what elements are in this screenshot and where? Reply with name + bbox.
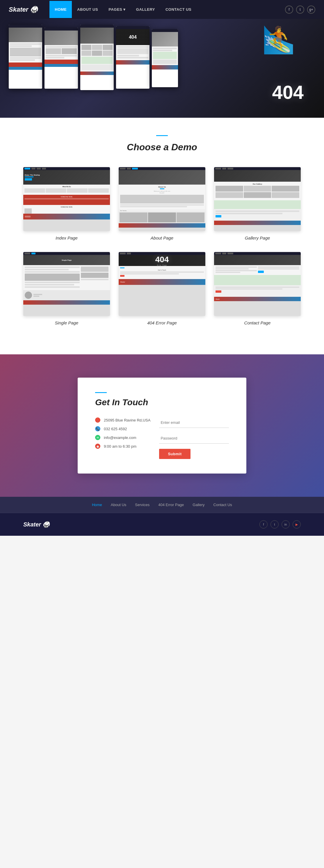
footer-instagram-icon[interactable]: in <box>282 520 290 528</box>
demo-grid-top: Enjoy The Skating What We Do SOME <box>23 167 301 240</box>
contact-section: Get In Touch 📍 25095 Blue Ravine Rd,USA … <box>0 354 324 497</box>
demo-item-contact[interactable]: Skater Contact Page <box>214 252 301 325</box>
demo-thumb-gallery: Our Gallery <box>214 167 301 231</box>
demo-thumb-single: Single Page <box>23 252 110 316</box>
contact-hours: 9:00 am to 6:30 pm <box>104 444 137 448</box>
demo-label-contact: Contact Page <box>214 320 301 325</box>
demo-item-single[interactable]: Single Page <box>23 252 110 325</box>
demo-item-404[interactable]: 404 Error Page Get In Touch Skater 404 E… <box>119 252 205 325</box>
contact-card: Get In Touch 📍 25095 Blue Ravine Rd,USA … <box>78 378 246 473</box>
password-input[interactable] <box>159 433 229 443</box>
logo-icon: 🥋 <box>30 6 38 13</box>
demo-item-index[interactable]: Enjoy The Skating What We Do SOME <box>23 167 110 240</box>
hero-screen-4: 404 <box>116 26 149 89</box>
footer-facebook-icon[interactable]: f <box>259 520 268 528</box>
contact-phone-item: 📞 032 625 4592 <box>95 426 150 431</box>
footer-nav-404[interactable]: 404 Error Page <box>158 503 184 507</box>
footer-nav-gallery[interactable]: Gallery <box>193 503 204 507</box>
contact-info: 📍 25095 Blue Ravine Rd,USA 📞 032 625 459… <box>95 417 150 458</box>
hero-screen-1 <box>9 25 42 89</box>
footer-logo-icon: 🥋 <box>42 521 50 528</box>
contact-phone: 032 625 4592 <box>104 427 127 431</box>
demo-thumb-contact: Skater <box>214 252 301 316</box>
nav-home[interactable]: HOME <box>50 1 72 18</box>
email-icon: ✉ <box>95 435 100 440</box>
nav-about[interactable]: ABOUT US <box>72 1 103 18</box>
demo-item-gallery[interactable]: Our Gallery <box>214 167 301 240</box>
hero-404-text: 404 <box>272 82 304 103</box>
nav-links: HOME ABOUT US PAGES ▾ GALLERY CONTACT US <box>50 1 197 18</box>
footer-youtube-icon[interactable]: ▶ <box>293 520 301 528</box>
nav-pages[interactable]: PAGES ▾ <box>103 1 131 18</box>
logo[interactable]: Skater 🥋 <box>9 6 38 13</box>
googleplus-icon[interactable]: g+ <box>307 5 315 14</box>
contact-info-list: 📍 25095 Blue Ravine Rd,USA 📞 032 625 459… <box>95 417 150 449</box>
demo-item-about[interactable]: About Us Skating can make your life more… <box>119 167 205 240</box>
demo-label-about: About Page <box>119 236 205 240</box>
demo-thumb-about: About Us Skating can make your life more… <box>119 167 205 231</box>
footer: Skater 🥋 f t in ▶ <box>0 513 324 536</box>
logo-text: Skater <box>9 6 28 13</box>
footer-nav-services[interactable]: Services <box>135 503 149 507</box>
footer-logo-text: Skater <box>23 521 41 528</box>
hero-screen-3 <box>80 25 114 90</box>
location-icon: 📍 <box>95 417 100 423</box>
footer-nav: Home About Us Services 404 Error Page Ga… <box>0 497 324 513</box>
submit-button[interactable]: Submit <box>159 449 190 459</box>
contact-form: Submit <box>159 417 229 459</box>
email-input[interactable] <box>159 417 229 428</box>
navbar: Skater 🥋 HOME ABOUT US PAGES ▾ GALLERY C… <box>0 0 324 19</box>
demo-section: Choose a Demo Enjoy The Skating <box>0 118 324 354</box>
footer-logo: Skater 🥋 <box>23 521 50 528</box>
contact-address: 25095 Blue Ravine Rd,USA <box>104 418 150 422</box>
nav-contact[interactable]: CONTACT US <box>160 1 197 18</box>
nav-social: f t g+ <box>285 5 315 14</box>
hero-skater-icon: 🏄 <box>262 25 295 55</box>
footer-nav-contact[interactable]: Contact Us <box>213 503 232 507</box>
demo-label-gallery: Gallery Page <box>214 236 301 240</box>
contact-address-item: 📍 25095 Blue Ravine Rd,USA <box>95 417 150 423</box>
hero-screen-2 <box>45 28 78 89</box>
facebook-icon[interactable]: f <box>285 5 293 14</box>
contact-layout: 📍 25095 Blue Ravine Rd,USA 📞 032 625 459… <box>95 417 229 459</box>
footer-nav-home[interactable]: Home <box>92 503 102 507</box>
footer-nav-about[interactable]: About Us <box>111 503 126 507</box>
demo-label-404: 404 Error Page <box>119 320 205 325</box>
demo-thumb-404: 404 Error Page Get In Touch Skater <box>119 252 205 316</box>
demo-label-index: Index Page <box>23 236 110 240</box>
demo-divider <box>156 135 168 136</box>
hero-screenshots: 404 <box>9 25 178 90</box>
contact-section-title: Get In Touch <box>95 397 229 407</box>
footer-social: f t in ▶ <box>259 520 301 528</box>
demo-grid-bottom: Single Page <box>23 252 301 325</box>
hero-screen-5 <box>152 29 178 87</box>
contact-email: info@example.com <box>104 435 136 440</box>
hero-section: 404 🏄 404 <box>0 19 324 118</box>
contact-section-divider <box>95 392 107 393</box>
demo-label-single: Single Page <box>23 320 110 325</box>
contact-hours-item: ⏰ 9:00 am to 6:30 pm <box>95 443 150 449</box>
clock-icon: ⏰ <box>95 443 100 449</box>
twitter-icon[interactable]: t <box>296 5 304 14</box>
contact-email-item: ✉ info@example.com <box>95 435 150 440</box>
nav-gallery[interactable]: GALLERY <box>131 1 160 18</box>
demo-title: Choose a Demo <box>23 142 301 153</box>
demo-thumb-index: Enjoy The Skating What We Do SOME <box>23 167 110 231</box>
footer-twitter-icon[interactable]: t <box>270 520 278 528</box>
phone-icon: 📞 <box>95 426 100 431</box>
